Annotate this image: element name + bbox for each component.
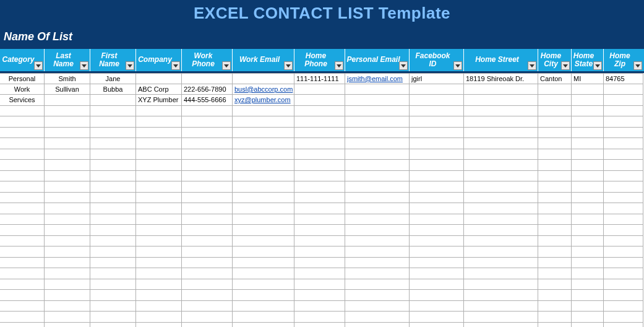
- cell[interactable]: [45, 181, 90, 193]
- cell[interactable]: [464, 160, 538, 171]
- cell[interactable]: [0, 214, 45, 225]
- filter-dropdown-icon[interactable]: [633, 61, 642, 70]
- cell[interactable]: [538, 236, 572, 247]
- cell[interactable]: [90, 171, 136, 182]
- cell[interactable]: XYZ Plumber: [136, 95, 182, 106]
- cell[interactable]: [0, 116, 45, 128]
- filter-dropdown-icon[interactable]: [222, 61, 231, 70]
- cell[interactable]: [233, 138, 294, 149]
- cell[interactable]: Sullivan: [45, 84, 90, 95]
- cell[interactable]: [410, 301, 464, 312]
- cell[interactable]: xyz@plumber.com: [233, 95, 294, 106]
- cell[interactable]: [604, 246, 643, 258]
- filter-dropdown-icon[interactable]: [171, 61, 180, 70]
- column-header[interactable]: Home City: [538, 49, 572, 71]
- cell[interactable]: [294, 236, 345, 247]
- cell[interactable]: [233, 290, 294, 301]
- cell[interactable]: [90, 246, 136, 258]
- cell[interactable]: [410, 268, 464, 279]
- cell[interactable]: [233, 181, 294, 193]
- cell[interactable]: [233, 279, 294, 290]
- cell[interactable]: [45, 128, 90, 139]
- cell[interactable]: [136, 268, 182, 279]
- cell[interactable]: [136, 128, 182, 139]
- cell[interactable]: [572, 246, 604, 258]
- cell[interactable]: [572, 138, 604, 149]
- cell[interactable]: [604, 95, 643, 106]
- cell[interactable]: [294, 268, 345, 279]
- cell[interactable]: [464, 246, 538, 258]
- cell[interactable]: [136, 214, 182, 225]
- cell[interactable]: [45, 323, 90, 328]
- cell[interactable]: [0, 268, 45, 279]
- cell[interactable]: [233, 258, 294, 269]
- cell[interactable]: [604, 258, 643, 269]
- cell[interactable]: [0, 193, 45, 204]
- cell[interactable]: [233, 149, 294, 160]
- cell[interactable]: [345, 95, 410, 106]
- cell[interactable]: [410, 246, 464, 258]
- cell[interactable]: [136, 236, 182, 247]
- cell[interactable]: 444-555-6666: [182, 95, 233, 106]
- cell[interactable]: [90, 214, 136, 225]
- cell[interactable]: [45, 258, 90, 269]
- filter-dropdown-icon[interactable]: [453, 61, 462, 70]
- column-header[interactable]: Facebook ID: [410, 49, 464, 71]
- cell[interactable]: [233, 128, 294, 139]
- filter-dropdown-icon[interactable]: [335, 61, 343, 70]
- cell[interactable]: [604, 301, 643, 312]
- column-header[interactable]: Work Email: [233, 49, 294, 71]
- cell[interactable]: [90, 95, 136, 106]
- cell[interactable]: [345, 323, 410, 328]
- cell[interactable]: [538, 171, 572, 182]
- cell[interactable]: jgirl: [410, 73, 464, 84]
- cell[interactable]: Personal: [0, 73, 45, 84]
- cell[interactable]: Services: [0, 95, 45, 106]
- cell[interactable]: [345, 268, 410, 279]
- cell[interactable]: [464, 181, 538, 193]
- filter-dropdown-icon[interactable]: [80, 61, 88, 70]
- cell[interactable]: [538, 323, 572, 328]
- cell[interactable]: Smith: [45, 73, 90, 84]
- cell[interactable]: [572, 84, 604, 95]
- cell[interactable]: [410, 128, 464, 139]
- cell[interactable]: [410, 149, 464, 160]
- cell[interactable]: [45, 116, 90, 128]
- cell[interactable]: [136, 116, 182, 128]
- cell[interactable]: [572, 160, 604, 171]
- cell[interactable]: Jane: [90, 73, 136, 84]
- cell[interactable]: [538, 106, 572, 117]
- cell[interactable]: [45, 236, 90, 247]
- column-header[interactable]: Home Street: [464, 49, 538, 71]
- cell[interactable]: [572, 149, 604, 160]
- cell[interactable]: [136, 290, 182, 301]
- cell[interactable]: [538, 301, 572, 312]
- cell[interactable]: [294, 323, 345, 328]
- cell[interactable]: [45, 106, 90, 117]
- cell[interactable]: [90, 116, 136, 128]
- cell[interactable]: [182, 246, 233, 258]
- cell[interactable]: [572, 128, 604, 139]
- cell[interactable]: [136, 312, 182, 323]
- cell[interactable]: [182, 279, 233, 290]
- cell[interactable]: [538, 246, 572, 258]
- cell[interactable]: [233, 171, 294, 182]
- cell[interactable]: [182, 203, 233, 214]
- cell[interactable]: [0, 301, 45, 312]
- filter-dropdown-icon[interactable]: [593, 61, 602, 70]
- cell[interactable]: [294, 160, 345, 171]
- cell[interactable]: [572, 116, 604, 128]
- cell[interactable]: [604, 106, 643, 117]
- column-header[interactable]: Personal Email: [345, 49, 410, 71]
- cell[interactable]: [345, 160, 410, 171]
- cell[interactable]: [182, 138, 233, 149]
- cell[interactable]: [345, 128, 410, 139]
- cell[interactable]: [464, 171, 538, 182]
- cell[interactable]: [45, 312, 90, 323]
- cell[interactable]: [604, 116, 643, 128]
- cell[interactable]: [410, 279, 464, 290]
- cell[interactable]: [604, 149, 643, 160]
- column-header[interactable]: Last Name: [45, 49, 90, 71]
- cell[interactable]: [136, 258, 182, 269]
- cell[interactable]: [182, 268, 233, 279]
